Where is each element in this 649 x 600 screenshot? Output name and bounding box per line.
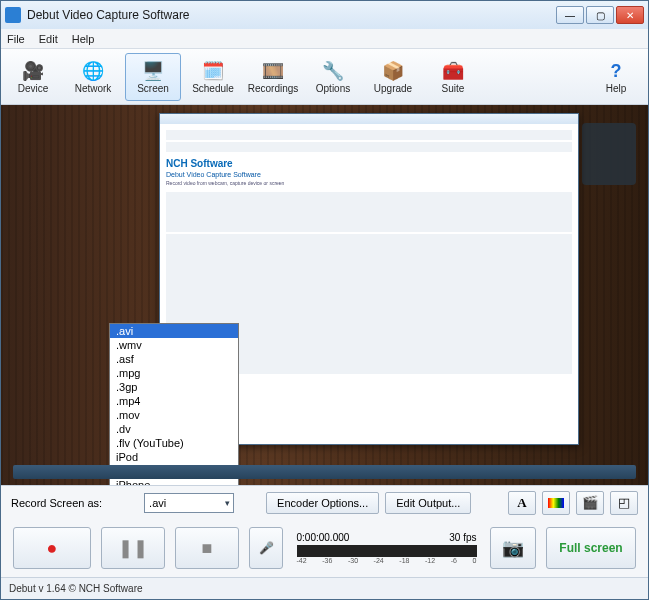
film-icon: 🎞️ — [261, 59, 285, 83]
toolbar-recordings[interactable]: 🎞️Recordings — [245, 53, 301, 101]
format-option[interactable]: .mpg — [110, 366, 238, 380]
menu-edit[interactable]: Edit — [39, 33, 58, 45]
fullscreen-button[interactable]: Full screen — [546, 527, 636, 569]
format-dropdown-list[interactable]: .avi.wmv.asf.mpg.3gp.mp4.mov.dv.flv (You… — [109, 323, 239, 485]
captured-brand: NCH Software — [166, 158, 572, 169]
text-overlay-button[interactable]: A — [508, 491, 536, 515]
format-option[interactable]: .3gp — [110, 380, 238, 394]
captured-subhead: Record video from webcam, capture device… — [166, 180, 572, 186]
menu-help[interactable]: Help — [72, 33, 95, 45]
minimize-button[interactable]: — — [556, 6, 584, 24]
toolbar-device[interactable]: 🎥Device — [5, 53, 61, 101]
fps-readout: 30 fps — [449, 532, 476, 543]
record-as-label: Record Screen as: — [11, 497, 102, 509]
toolbar-suite[interactable]: 🧰Suite — [425, 53, 481, 101]
close-button[interactable]: ✕ — [616, 6, 644, 24]
stop-icon: ■ — [202, 538, 213, 559]
mute-button[interactable]: 🎤 — [249, 527, 283, 569]
statusbar: Debut v 1.64 © NCH Software — [1, 577, 648, 599]
toolbar-schedule[interactable]: 🗓️Schedule — [185, 53, 241, 101]
window-controls: — ▢ ✕ — [556, 6, 644, 24]
toolbar-options[interactable]: 🔧Options — [305, 53, 361, 101]
vu-scale: -42-36-30-24-18-12-60 — [297, 557, 477, 564]
toolbar: 🎥Device 🌐Network 🖥️Screen 🗓️Schedule 🎞️R… — [1, 49, 648, 105]
toolbar-network-label: Network — [75, 83, 112, 94]
fullscreen-label: Full screen — [559, 541, 622, 555]
encoder-options-button[interactable]: Encoder Options... — [266, 492, 379, 514]
audio-level-meter — [297, 545, 477, 557]
edit-output-button[interactable]: Edit Output... — [385, 492, 471, 514]
status-text: Debut v 1.64 © NCH Software — [9, 583, 143, 594]
pause-button[interactable]: ❚❚ — [101, 527, 165, 569]
format-option[interactable]: .dv — [110, 422, 238, 436]
toolbar-schedule-label: Schedule — [192, 83, 234, 94]
titlebar: Debut Video Capture Software — ▢ ✕ — [1, 1, 648, 29]
preview-area: NCH Software Debut Video Capture Softwar… — [1, 105, 648, 485]
toolbar-screen[interactable]: 🖥️Screen — [125, 53, 181, 101]
app-window: Debut Video Capture Software — ▢ ✕ File … — [0, 0, 649, 600]
maximize-button[interactable]: ▢ — [586, 6, 614, 24]
menu-file[interactable]: File — [7, 33, 25, 45]
toolbar-upgrade[interactable]: 📦Upgrade — [365, 53, 421, 101]
app-icon — [5, 7, 21, 23]
desktop-gadget — [582, 123, 636, 185]
stop-button[interactable]: ■ — [175, 527, 239, 569]
format-option[interactable]: iPhone — [110, 478, 238, 485]
transport-row: ● ❚❚ ■ 🎤 0:00:00.000 30 fps -42-36-30-24… — [1, 519, 648, 577]
crop-button[interactable]: ◰ — [610, 491, 638, 515]
camera-icon: 📷 — [502, 537, 524, 559]
format-option[interactable]: .avi — [110, 324, 238, 338]
format-combo-value: .avi — [149, 497, 166, 509]
suite-icon: 🧰 — [441, 59, 465, 83]
toolbar-suite-label: Suite — [442, 83, 465, 94]
toolbar-network[interactable]: 🌐Network — [65, 53, 121, 101]
text-icon: A — [517, 495, 526, 511]
snapshot-button[interactable]: 📷 — [490, 527, 536, 569]
globe-icon: 🌐 — [81, 59, 105, 83]
toolbar-upgrade-label: Upgrade — [374, 83, 412, 94]
webcam-icon: 🎥 — [21, 59, 45, 83]
format-option[interactable]: .asf — [110, 352, 238, 366]
toolbar-recordings-label: Recordings — [248, 83, 299, 94]
calendar-icon: 🗓️ — [201, 59, 225, 83]
elapsed-time: 0:00:00.000 — [297, 532, 350, 543]
mic-off-icon: 🎤 — [259, 541, 274, 555]
monitor-icon: 🖥️ — [141, 59, 165, 83]
record-button[interactable]: ● — [13, 527, 91, 569]
toolbar-help-label: Help — [606, 83, 627, 94]
format-option[interactable]: .flv (YouTube) — [110, 436, 238, 450]
format-option[interactable]: .mov — [110, 408, 238, 422]
video-effects-button[interactable]: 🎬 — [576, 491, 604, 515]
captured-titlebar — [160, 114, 578, 124]
toolbar-device-label: Device — [18, 83, 49, 94]
wrench-icon: 🔧 — [321, 59, 345, 83]
captured-taskbar — [13, 465, 636, 479]
vu-meter-block: 0:00:00.000 30 fps -42-36-30-24-18-12-60 — [293, 532, 480, 564]
toolbar-options-label: Options — [316, 83, 350, 94]
format-option[interactable]: iPod — [110, 450, 238, 464]
format-option[interactable]: .wmv — [110, 338, 238, 352]
help-icon: ? — [604, 59, 628, 83]
menubar: File Edit Help — [1, 29, 648, 49]
color-adjust-button[interactable] — [542, 491, 570, 515]
box-icon: 📦 — [381, 59, 405, 83]
color-bars-icon — [548, 498, 564, 508]
format-option[interactable]: .mp4 — [110, 394, 238, 408]
record-icon: ● — [47, 538, 58, 559]
format-row: Record Screen as: .avi Encoder Options..… — [1, 485, 648, 519]
window-title: Debut Video Capture Software — [27, 8, 556, 22]
captured-headline: Debut Video Capture Software — [166, 171, 572, 178]
format-combo[interactable]: .avi — [144, 493, 234, 513]
toolbar-help[interactable]: ?Help — [588, 53, 644, 101]
clapboard-icon: 🎬 — [582, 495, 598, 510]
pause-icon: ❚❚ — [118, 537, 148, 559]
crop-icon: ◰ — [618, 495, 630, 510]
toolbar-screen-label: Screen — [137, 83, 169, 94]
